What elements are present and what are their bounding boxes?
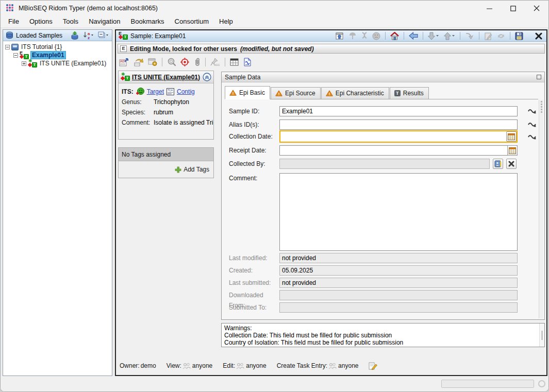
sample-id-input[interactable]: Example01	[279, 106, 518, 116]
genus-label: Genus:	[122, 98, 154, 106]
add-tags-button[interactable]: Add Tags	[184, 166, 209, 173]
downloaded-from-label: Downloaded From:	[229, 290, 278, 300]
edit-entry-button[interactable]	[484, 32, 492, 40]
task-summary-title-link[interactable]: ITS UNITE (Example01)	[132, 74, 200, 81]
target-link[interactable]: Target	[147, 88, 164, 95]
progress-bar	[441, 380, 534, 388]
comment-textarea[interactable]	[279, 173, 518, 251]
tab-epi-basic[interactable]: ! Epi Basic	[225, 86, 270, 99]
back-button[interactable]	[409, 32, 418, 40]
editing-mode-bar: E Editing Mode, locked for other users (…	[118, 44, 545, 54]
maximize-button[interactable]	[501, 1, 525, 16]
sort-az-icon: a z	[83, 31, 94, 40]
exchange-data-button[interactable]	[134, 58, 143, 66]
pin-table-button[interactable]	[335, 32, 344, 40]
tree-sample-label[interactable]: Example01	[30, 51, 66, 59]
field-history-icon[interactable]	[528, 108, 537, 115]
collapse-toggle-icon[interactable]	[13, 53, 18, 58]
collection-date-input[interactable]	[279, 130, 518, 143]
species-row: Species: rubrum	[119, 106, 213, 116]
processing-status-button[interactable]	[167, 58, 176, 66]
menu-options[interactable]: Options	[24, 16, 58, 27]
tree-project-label[interactable]: ITS Tutorial {1}	[20, 43, 63, 50]
calendar-icon	[508, 133, 515, 140]
pdf-report-icon	[243, 58, 251, 66]
table-settings-button[interactable]	[148, 58, 157, 66]
target-definition-button[interactable]	[180, 58, 189, 66]
summary-comment-row: Comment: Isolate is assigned Tricho	[119, 116, 213, 126]
summary-comment-label: Comment:	[122, 119, 154, 126]
collapse-toggle-icon[interactable]	[5, 45, 10, 49]
tab-results[interactable]: T Results	[390, 87, 429, 99]
tree-view-button[interactable]	[348, 32, 357, 40]
create-task-entry-value: anyone	[338, 362, 358, 369]
receipt-date-input[interactable]	[279, 145, 518, 156]
form-splitter-handle[interactable]	[539, 100, 543, 318]
tree-row-task[interactable]: ✱T ITS UNITE (Example01)	[3, 59, 112, 67]
alias-id-input[interactable]	[279, 120, 518, 130]
expand-toggle-icon[interactable]	[22, 61, 26, 66]
dna-view-button[interactable]	[361, 32, 368, 40]
save-button[interactable]	[515, 32, 523, 40]
close-window-button[interactable]	[525, 1, 548, 16]
edit-permissions-button[interactable]	[369, 362, 377, 370]
dna-icon	[361, 32, 368, 40]
sequence-editor-button[interactable]: AGT	[119, 58, 129, 66]
menu-bookmarks[interactable]: Bookmarks	[126, 16, 170, 27]
task-template-icon: ✱T	[28, 60, 37, 67]
close-view-icon	[535, 32, 542, 40]
attachments-button[interactable]	[194, 58, 201, 66]
tags-header: No Tags assigned	[119, 148, 213, 161]
task-summary-panel: ✱T ITS UNITE (Example01) ITS:	[118, 71, 214, 140]
sort-button[interactable]: a z	[83, 31, 94, 40]
tab-epi-source[interactable]: ! Epi Source	[271, 87, 321, 99]
collected-by-clear-button[interactable]	[506, 159, 517, 169]
collapse-tree-button[interactable]	[98, 31, 109, 39]
menu-tools[interactable]: Tools	[58, 16, 84, 27]
good-smiley-icon	[136, 88, 144, 95]
close-view-button[interactable]	[535, 32, 542, 40]
menu-navigation[interactable]: Navigation	[84, 16, 125, 27]
svg-text:!: !	[232, 91, 234, 96]
menu-consortium[interactable]: Consortium	[170, 16, 214, 27]
svg-text:z: z	[88, 36, 90, 40]
contig-link[interactable]: Contig	[177, 88, 195, 95]
menu-help[interactable]: Help	[214, 16, 238, 27]
tab-epi-characteristic[interactable]: ! Epi Characteristic	[321, 87, 389, 99]
field-history-icon[interactable]	[528, 121, 537, 128]
refresh-button[interactable]	[497, 32, 505, 40]
field-history-icon[interactable]	[528, 133, 537, 141]
last-modified-value: not provided	[279, 253, 518, 263]
next-sample-button[interactable]	[428, 32, 439, 40]
curved-arrow-icon	[465, 32, 474, 40]
app-logo-icon	[6, 4, 14, 12]
view-label: View:	[167, 362, 181, 369]
sample-data-title: Sample Data	[225, 74, 260, 81]
report-button[interactable]	[243, 58, 251, 66]
menu-file[interactable]: File	[3, 16, 24, 27]
target-icon	[180, 58, 189, 66]
home-button[interactable]	[390, 32, 399, 40]
clear-x-icon	[508, 161, 514, 167]
previous-sample-button[interactable]	[444, 32, 455, 40]
collection-date-calendar-button[interactable]	[506, 131, 517, 142]
result-table-button[interactable]	[230, 58, 239, 66]
jump-into-button[interactable]	[465, 32, 474, 40]
tree-row-sample[interactable]: ET Example01	[3, 51, 112, 59]
collected-by-contacts-button[interactable]	[493, 159, 503, 169]
database-icon	[6, 31, 13, 39]
tree-task-label[interactable]: ITS UNITE (Example01)	[39, 60, 107, 67]
activity-indicator-icon	[538, 380, 545, 387]
import-samples-button[interactable]	[71, 31, 79, 40]
save-floppy-icon	[515, 32, 523, 40]
tab-label: Results	[403, 90, 424, 97]
warning-country-of-isolation: Country of Isolation: This field must be…	[224, 339, 537, 346]
collapse-summary-button[interactable]	[203, 73, 211, 81]
face-status-button[interactable]	[372, 32, 380, 40]
allele-pin-button[interactable]: AGG	[210, 58, 220, 66]
minimize-button[interactable]	[477, 1, 501, 16]
maximize-panel-button[interactable]	[537, 75, 541, 79]
warnings-scrollbar[interactable]	[539, 323, 544, 347]
downloaded-from-value	[279, 290, 518, 300]
receipt-date-calendar-button[interactable]	[507, 145, 518, 156]
